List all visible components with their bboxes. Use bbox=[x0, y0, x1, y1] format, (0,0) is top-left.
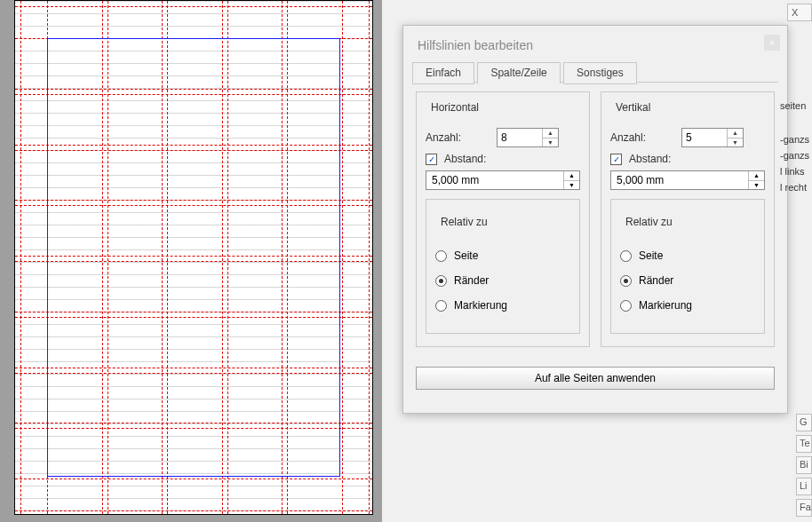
horizontal-gap-checkbox[interactable]: ✓ bbox=[426, 154, 437, 165]
vertical-count-input[interactable] bbox=[682, 129, 727, 146]
vertical-relative-group: Relativ zu Seite Ränder Markierung bbox=[610, 199, 765, 334]
radio-icon bbox=[435, 300, 447, 312]
radio-icon bbox=[620, 250, 632, 262]
right-panel-list-cropped: seiten -ganzs -ganzs l links l recht bbox=[778, 98, 812, 195]
vertical-relative-margins[interactable]: Ränder bbox=[620, 274, 755, 287]
cropped-label: seiten bbox=[778, 98, 812, 114]
vertical-relative-selection[interactable]: Markierung bbox=[620, 299, 755, 312]
cropped-tab[interactable]: Fa bbox=[796, 499, 812, 517]
guides-dialog: Hilfslinien bearbeiten × Einfach Spalte/… bbox=[402, 25, 788, 414]
horizontal-relative-group: Relativ zu Seite Ränder Markierung bbox=[426, 199, 580, 334]
radio-label: Ränder bbox=[639, 274, 673, 287]
cropped-item[interactable]: -ganzs bbox=[778, 131, 812, 147]
radio-icon bbox=[435, 250, 447, 262]
horizontal-gap-label: Abstand: bbox=[444, 153, 486, 165]
cropped-item[interactable]: -ganzs bbox=[778, 147, 812, 163]
cropped-item[interactable]: l recht bbox=[778, 179, 812, 195]
spinner-down-icon[interactable]: ▼ bbox=[564, 181, 579, 190]
horizontal-group: Horizontal Anzahl: ▲▼ ✓ Abstand: 5,000 m… bbox=[416, 91, 590, 347]
horizontal-group-label: Horizontal bbox=[427, 101, 482, 114]
horizontal-count-spinner[interactable]: ▲▼ bbox=[497, 128, 559, 147]
vertical-count-spinner[interactable]: ▲▼ bbox=[681, 128, 744, 147]
cropped-tab[interactable]: Te bbox=[796, 435, 812, 453]
document-canvas[interactable] bbox=[0, 0, 382, 522]
cropped-item[interactable]: l links bbox=[778, 163, 812, 179]
vertical-gap-value: 5,000 mm bbox=[611, 171, 748, 189]
tab-column-row[interactable]: Spalte/Zeile bbox=[477, 62, 560, 84]
page-margin-frame bbox=[47, 38, 340, 477]
vertical-group-label: Vertikal bbox=[612, 101, 654, 114]
dialog-close-button[interactable]: × bbox=[764, 35, 780, 51]
dialog-title: Hilfslinien bearbeiten bbox=[403, 26, 787, 61]
apply-all-pages-button[interactable]: Auf alle Seiten anwenden bbox=[416, 367, 775, 390]
horizontal-gap-combo[interactable]: 5,000 mm ▲ ▼ bbox=[426, 170, 580, 190]
vertical-count-label: Anzahl: bbox=[610, 131, 674, 144]
spinner-down-icon[interactable]: ▼ bbox=[749, 181, 764, 190]
dialog-tabs: Einfach Spalte/Zeile Sonstiges bbox=[412, 61, 778, 83]
radio-label: Markierung bbox=[454, 299, 507, 312]
spinner-up-icon[interactable]: ▲ bbox=[564, 171, 579, 181]
horizontal-count-label: Anzahl: bbox=[426, 131, 490, 144]
radio-icon bbox=[620, 275, 632, 287]
vertical-gap-label: Abstand: bbox=[629, 153, 671, 165]
spinner-up-icon[interactable]: ▲ bbox=[728, 129, 743, 138]
horizontal-gap-value: 5,000 mm bbox=[426, 171, 563, 189]
right-bottom-tabs-cropped: G Te Bi Li Fa bbox=[796, 410, 812, 517]
radio-icon bbox=[620, 300, 632, 312]
tab-other[interactable]: Sonstiges bbox=[563, 62, 637, 84]
cropped-tab[interactable]: Li bbox=[796, 478, 812, 495]
radio-label: Markierung bbox=[639, 299, 692, 312]
vertical-group: Vertikal Anzahl: ▲▼ ✓ Abstand: 5,000 mm … bbox=[601, 91, 775, 347]
vertical-gap-checkbox[interactable]: ✓ bbox=[610, 154, 622, 165]
spinner-down-icon[interactable]: ▼ bbox=[728, 138, 743, 147]
cropped-tab[interactable]: Bi bbox=[796, 456, 812, 474]
vertical-gap-combo[interactable]: 5,000 mm ▲ ▼ bbox=[610, 170, 765, 190]
vertical-relative-page[interactable]: Seite bbox=[620, 249, 755, 262]
radio-label: Ränder bbox=[454, 274, 489, 287]
radio-label: Seite bbox=[639, 249, 663, 262]
horizontal-relative-margins[interactable]: Ränder bbox=[435, 274, 570, 287]
horizontal-count-input[interactable] bbox=[498, 129, 542, 146]
spinner-down-icon[interactable]: ▼ bbox=[543, 138, 558, 147]
radio-icon bbox=[435, 275, 447, 287]
spinner-up-icon[interactable]: ▲ bbox=[749, 171, 764, 181]
horizontal-relative-selection[interactable]: Markierung bbox=[435, 299, 570, 312]
spinner-up-icon[interactable]: ▲ bbox=[543, 129, 558, 138]
page bbox=[14, 0, 373, 515]
panel-tab-x[interactable]: X bbox=[787, 4, 812, 21]
horizontal-relative-label: Relativ zu bbox=[437, 216, 491, 228]
cropped-tab[interactable]: G bbox=[796, 414, 812, 431]
horizontal-relative-page[interactable]: Seite bbox=[435, 249, 570, 262]
vertical-relative-label: Relativ zu bbox=[622, 216, 676, 228]
radio-label: Seite bbox=[454, 249, 478, 262]
tab-simple[interactable]: Einfach bbox=[412, 62, 474, 84]
